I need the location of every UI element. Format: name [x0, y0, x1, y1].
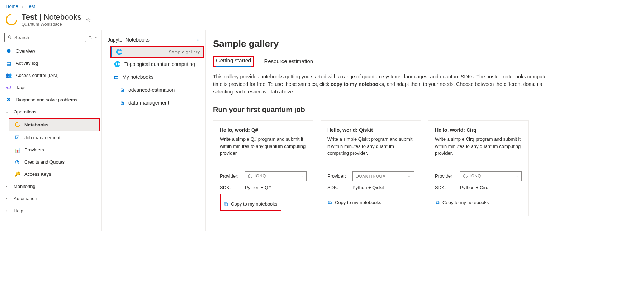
chevron-down-icon: ⌄	[300, 174, 303, 178]
sidebar-group-help[interactable]: ›Help	[0, 204, 101, 217]
sidebar-item-activity[interactable]: ▤Activity log	[0, 57, 101, 69]
page-title: Test | Notebooks	[22, 13, 81, 22]
tree-item-sample-gallery[interactable]: 🌐 Sample gallery	[111, 47, 203, 57]
sidebar-item-keys[interactable]: 🔑Access Keys	[0, 168, 101, 180]
main-content: Sample gallery Getting started Resource …	[206, 30, 644, 231]
chevron-right-icon: ›	[6, 208, 9, 213]
copy-icon: ⧉	[224, 201, 228, 207]
checklist-icon: ☑	[14, 135, 20, 140]
sample-card-qsharp: Hello, world: Q# Write a simple Q# progr…	[213, 120, 313, 216]
tab-getting-started[interactable]: Getting started	[216, 55, 251, 67]
copy-to-notebooks-button[interactable]: ⧉Copy to my notebooks	[223, 199, 278, 209]
sidebar-item-credits[interactable]: ◔Credits and Quotas	[0, 156, 101, 168]
sidebar-item-overview[interactable]: ⬢Overview	[0, 45, 101, 57]
sidebar-item-providers[interactable]: 📊Providers	[0, 144, 101, 156]
card-title: Hello, world: Qiskit	[327, 127, 414, 133]
sidebar-item-iam[interactable]: 👥Access control (IAM)	[0, 69, 101, 81]
chevron-right-icon: ›	[6, 196, 9, 201]
activity-log-icon: ▤	[6, 60, 11, 66]
provider-select[interactable]: QUANTINUUM⌄	[352, 171, 414, 181]
provider-label: Provider:	[220, 173, 245, 179]
sample-cards: Hello, world: Q# Write a simple Q# progr…	[213, 120, 637, 216]
sidebar-item-jobs[interactable]: ☑Job management	[0, 131, 101, 144]
search-icon: 🔍︎	[8, 35, 12, 40]
workspace-icon	[3, 11, 19, 28]
globe-icon: 🌐	[116, 49, 123, 55]
provider-select[interactable]: IONQ⌄	[245, 171, 307, 181]
chevron-right-icon: ›	[22, 4, 23, 9]
tree-file-advanced-estimation[interactable]: 🗎advanced-estimation	[102, 83, 205, 96]
sidebar: 🔍︎ Search ⇅ « ⬢Overview ▤Activity log 👥A…	[0, 30, 102, 231]
breadcrumb-current[interactable]: Test	[27, 4, 35, 9]
breadcrumb-home[interactable]: Home	[6, 4, 18, 9]
tree-item-topological[interactable]: 🌐 Topological quantum computing	[102, 58, 205, 71]
card-description: Write a simple Q# program and submit it …	[220, 136, 307, 157]
gauge-icon: ◔	[14, 159, 20, 165]
copy-to-notebooks-button[interactable]: ⧉Copy to my notebooks	[327, 197, 414, 208]
sample-card-qiskit: Hello, world: Qiskit Write a simple Qisk…	[321, 120, 421, 216]
sidebar-item-notebooks[interactable]: Notebooks	[9, 119, 99, 131]
card-title: Hello, world: Q#	[220, 127, 307, 133]
sidebar-item-tags[interactable]: 🏷Tags	[0, 81, 101, 93]
tree-file-data-management[interactable]: 🗎data-management	[102, 96, 205, 109]
chevron-down-icon: ⌄	[107, 75, 110, 79]
copy-icon: ⧉	[436, 199, 440, 206]
tab-resource-estimation[interactable]: Resource estimation	[264, 56, 313, 67]
sidebar-group-monitoring[interactable]: ›Monitoring	[0, 180, 101, 192]
more-icon[interactable]: ⋯	[95, 16, 101, 23]
provider-label: Provider:	[327, 173, 352, 179]
sample-card-cirq: Hello, world: Cirq Write a simple Cirq p…	[428, 120, 529, 216]
notebooks-icon	[14, 121, 21, 128]
folder-icon: 🗀	[114, 74, 119, 80]
page-header: Test | Notebooks Quantum Workspace ☆ ⋯	[0, 10, 644, 30]
wrench-icon: ✖	[6, 97, 11, 102]
section-heading: Run your first quantum job	[213, 106, 637, 114]
provider-label: Provider:	[435, 173, 460, 179]
tree-group-my-notebooks[interactable]: ⌄🗀My notebooks ⋯	[102, 71, 205, 83]
page-subtitle: Quantum Workspace	[22, 22, 81, 27]
favorite-icon[interactable]: ☆	[86, 16, 91, 23]
collapse-sidebar-icon[interactable]: «	[95, 35, 97, 39]
gallery-description: This gallery provides notebooks getting …	[213, 73, 550, 96]
globe-icon: 🌐	[114, 61, 121, 67]
collapse-tree-icon[interactable]: «	[197, 37, 200, 43]
notebook-tree: Jupyter Notebooks « 🌐 Sample gallery 🌐 T…	[102, 30, 206, 231]
sdk-label: SDK:	[220, 185, 245, 190]
tabs: Getting started Resource estimation	[213, 56, 637, 67]
copy-to-notebooks-button[interactable]: ⧉Copy to my notebooks	[435, 197, 522, 208]
file-icon: 🗎	[120, 87, 125, 93]
people-icon: 👥	[6, 72, 11, 78]
sidebar-group-operations[interactable]: ⌄Operations	[0, 106, 101, 118]
provider-icon	[247, 173, 254, 179]
card-description: Write a simple Qiskit program and submit…	[327, 136, 414, 157]
tag-icon: 🏷	[6, 84, 11, 90]
search-input[interactable]: 🔍︎ Search	[4, 33, 86, 42]
provider-select[interactable]: IONQ⌄	[460, 171, 522, 181]
sdk-value: Python + Q#	[245, 185, 271, 190]
sdk-value: Python + Qiskit	[352, 185, 384, 190]
sdk-label: SDK:	[435, 185, 460, 190]
chevron-right-icon: ›	[6, 184, 9, 188]
sidebar-item-diagnose[interactable]: ✖Diagnose and solve problems	[0, 93, 101, 106]
file-icon: 🗎	[120, 100, 125, 106]
breadcrumb: Home › Test	[0, 0, 644, 10]
sort-icon[interactable]: ⇅	[89, 35, 92, 40]
card-description: Write a simple Cirq program and submit i…	[435, 136, 522, 157]
chevron-down-icon: ⌄	[408, 174, 411, 178]
sdk-value: Python + Cirq	[460, 185, 488, 190]
sidebar-group-automation[interactable]: ›Automation	[0, 192, 101, 204]
chevron-down-icon: ⌄	[6, 110, 9, 114]
copy-icon: ⧉	[328, 199, 332, 206]
sdk-label: SDK:	[327, 185, 352, 190]
more-icon[interactable]: ⋯	[196, 74, 201, 80]
card-title: Hello, world: Cirq	[435, 127, 522, 133]
provider-icon	[463, 173, 469, 179]
chevron-down-icon: ⌄	[515, 174, 518, 178]
overview-icon: ⬢	[6, 48, 11, 54]
key-icon: 🔑	[14, 171, 20, 177]
content-title: Sample gallery	[213, 38, 637, 49]
chart-icon: 📊	[14, 147, 20, 153]
tree-title: Jupyter Notebooks	[108, 37, 150, 43]
